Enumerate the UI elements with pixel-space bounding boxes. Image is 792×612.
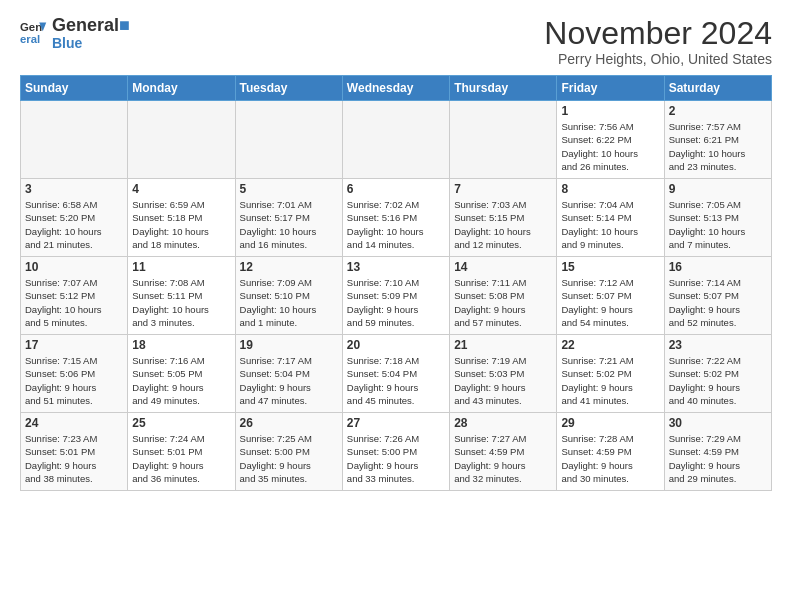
day-info: Sunrise: 7:22 AM Sunset: 5:02 PM Dayligh… bbox=[669, 354, 767, 407]
header: Gen eral General■ Blue November 2024 Per… bbox=[20, 16, 772, 67]
day-number: 27 bbox=[347, 416, 445, 430]
day-info: Sunrise: 7:57 AM Sunset: 6:21 PM Dayligh… bbox=[669, 120, 767, 173]
weekday-header-row: SundayMondayTuesdayWednesdayThursdayFrid… bbox=[21, 76, 772, 101]
day-info: Sunrise: 7:28 AM Sunset: 4:59 PM Dayligh… bbox=[561, 432, 659, 485]
calendar-day-cell bbox=[342, 101, 449, 179]
day-number: 22 bbox=[561, 338, 659, 352]
calendar-day-cell: 29Sunrise: 7:28 AM Sunset: 4:59 PM Dayli… bbox=[557, 413, 664, 491]
logo-text-general: General■ bbox=[52, 16, 130, 36]
calendar-day-cell: 20Sunrise: 7:18 AM Sunset: 5:04 PM Dayli… bbox=[342, 335, 449, 413]
day-number: 10 bbox=[25, 260, 123, 274]
day-info: Sunrise: 7:10 AM Sunset: 5:09 PM Dayligh… bbox=[347, 276, 445, 329]
day-number: 12 bbox=[240, 260, 338, 274]
calendar-day-cell: 8Sunrise: 7:04 AM Sunset: 5:14 PM Daylig… bbox=[557, 179, 664, 257]
day-number: 13 bbox=[347, 260, 445, 274]
calendar-week-row: 1Sunrise: 7:56 AM Sunset: 6:22 PM Daylig… bbox=[21, 101, 772, 179]
day-number: 24 bbox=[25, 416, 123, 430]
month-title: November 2024 bbox=[544, 16, 772, 51]
calendar-day-cell: 12Sunrise: 7:09 AM Sunset: 5:10 PM Dayli… bbox=[235, 257, 342, 335]
weekday-header-cell: Monday bbox=[128, 76, 235, 101]
calendar-day-cell: 23Sunrise: 7:22 AM Sunset: 5:02 PM Dayli… bbox=[664, 335, 771, 413]
day-info: Sunrise: 7:26 AM Sunset: 5:00 PM Dayligh… bbox=[347, 432, 445, 485]
day-info: Sunrise: 7:15 AM Sunset: 5:06 PM Dayligh… bbox=[25, 354, 123, 407]
calendar-day-cell: 6Sunrise: 7:02 AM Sunset: 5:16 PM Daylig… bbox=[342, 179, 449, 257]
weekday-header-cell: Tuesday bbox=[235, 76, 342, 101]
day-number: 16 bbox=[669, 260, 767, 274]
calendar-day-cell: 19Sunrise: 7:17 AM Sunset: 5:04 PM Dayli… bbox=[235, 335, 342, 413]
day-number: 20 bbox=[347, 338, 445, 352]
day-info: Sunrise: 7:17 AM Sunset: 5:04 PM Dayligh… bbox=[240, 354, 338, 407]
day-number: 21 bbox=[454, 338, 552, 352]
day-number: 25 bbox=[132, 416, 230, 430]
day-info: Sunrise: 7:07 AM Sunset: 5:12 PM Dayligh… bbox=[25, 276, 123, 329]
day-number: 28 bbox=[454, 416, 552, 430]
day-info: Sunrise: 7:14 AM Sunset: 5:07 PM Dayligh… bbox=[669, 276, 767, 329]
day-number: 7 bbox=[454, 182, 552, 196]
day-info: Sunrise: 7:01 AM Sunset: 5:17 PM Dayligh… bbox=[240, 198, 338, 251]
calendar-day-cell: 27Sunrise: 7:26 AM Sunset: 5:00 PM Dayli… bbox=[342, 413, 449, 491]
calendar-day-cell: 18Sunrise: 7:16 AM Sunset: 5:05 PM Dayli… bbox=[128, 335, 235, 413]
day-info: Sunrise: 7:05 AM Sunset: 5:13 PM Dayligh… bbox=[669, 198, 767, 251]
calendar-day-cell: 17Sunrise: 7:15 AM Sunset: 5:06 PM Dayli… bbox=[21, 335, 128, 413]
svg-text:Gen: Gen bbox=[20, 21, 42, 33]
calendar-day-cell bbox=[235, 101, 342, 179]
calendar-day-cell: 3Sunrise: 6:58 AM Sunset: 5:20 PM Daylig… bbox=[21, 179, 128, 257]
logo: Gen eral General■ Blue bbox=[20, 16, 130, 50]
weekday-header-cell: Saturday bbox=[664, 76, 771, 101]
calendar-day-cell: 5Sunrise: 7:01 AM Sunset: 5:17 PM Daylig… bbox=[235, 179, 342, 257]
calendar-day-cell: 4Sunrise: 6:59 AM Sunset: 5:18 PM Daylig… bbox=[128, 179, 235, 257]
day-info: Sunrise: 6:58 AM Sunset: 5:20 PM Dayligh… bbox=[25, 198, 123, 251]
calendar-day-cell: 10Sunrise: 7:07 AM Sunset: 5:12 PM Dayli… bbox=[21, 257, 128, 335]
day-number: 18 bbox=[132, 338, 230, 352]
calendar-day-cell: 1Sunrise: 7:56 AM Sunset: 6:22 PM Daylig… bbox=[557, 101, 664, 179]
day-info: Sunrise: 7:27 AM Sunset: 4:59 PM Dayligh… bbox=[454, 432, 552, 485]
calendar-day-cell: 7Sunrise: 7:03 AM Sunset: 5:15 PM Daylig… bbox=[450, 179, 557, 257]
day-number: 15 bbox=[561, 260, 659, 274]
calendar-day-cell: 22Sunrise: 7:21 AM Sunset: 5:02 PM Dayli… bbox=[557, 335, 664, 413]
svg-text:eral: eral bbox=[20, 33, 40, 45]
day-number: 14 bbox=[454, 260, 552, 274]
calendar-day-cell bbox=[450, 101, 557, 179]
calendar-day-cell: 2Sunrise: 7:57 AM Sunset: 6:21 PM Daylig… bbox=[664, 101, 771, 179]
day-number: 9 bbox=[669, 182, 767, 196]
day-info: Sunrise: 7:24 AM Sunset: 5:01 PM Dayligh… bbox=[132, 432, 230, 485]
day-info: Sunrise: 7:21 AM Sunset: 5:02 PM Dayligh… bbox=[561, 354, 659, 407]
calendar-day-cell: 14Sunrise: 7:11 AM Sunset: 5:08 PM Dayli… bbox=[450, 257, 557, 335]
calendar-day-cell: 15Sunrise: 7:12 AM Sunset: 5:07 PM Dayli… bbox=[557, 257, 664, 335]
day-info: Sunrise: 7:02 AM Sunset: 5:16 PM Dayligh… bbox=[347, 198, 445, 251]
title-area: November 2024 Perry Heights, Ohio, Unite… bbox=[544, 16, 772, 67]
calendar-week-row: 3Sunrise: 6:58 AM Sunset: 5:20 PM Daylig… bbox=[21, 179, 772, 257]
day-number: 30 bbox=[669, 416, 767, 430]
calendar-day-cell: 30Sunrise: 7:29 AM Sunset: 4:59 PM Dayli… bbox=[664, 413, 771, 491]
day-info: Sunrise: 7:03 AM Sunset: 5:15 PM Dayligh… bbox=[454, 198, 552, 251]
calendar-day-cell: 26Sunrise: 7:25 AM Sunset: 5:00 PM Dayli… bbox=[235, 413, 342, 491]
calendar-day-cell: 21Sunrise: 7:19 AM Sunset: 5:03 PM Dayli… bbox=[450, 335, 557, 413]
calendar-day-cell: 25Sunrise: 7:24 AM Sunset: 5:01 PM Dayli… bbox=[128, 413, 235, 491]
day-info: Sunrise: 7:08 AM Sunset: 5:11 PM Dayligh… bbox=[132, 276, 230, 329]
page: Gen eral General■ Blue November 2024 Per… bbox=[0, 0, 792, 501]
calendar-day-cell: 11Sunrise: 7:08 AM Sunset: 5:11 PM Dayli… bbox=[128, 257, 235, 335]
day-number: 6 bbox=[347, 182, 445, 196]
day-number: 19 bbox=[240, 338, 338, 352]
calendar-day-cell: 24Sunrise: 7:23 AM Sunset: 5:01 PM Dayli… bbox=[21, 413, 128, 491]
day-number: 17 bbox=[25, 338, 123, 352]
weekday-header-cell: Wednesday bbox=[342, 76, 449, 101]
logo-text-blue: Blue bbox=[52, 36, 130, 50]
weekday-header-cell: Sunday bbox=[21, 76, 128, 101]
calendar-day-cell bbox=[128, 101, 235, 179]
day-info: Sunrise: 6:59 AM Sunset: 5:18 PM Dayligh… bbox=[132, 198, 230, 251]
calendar-table: SundayMondayTuesdayWednesdayThursdayFrid… bbox=[20, 75, 772, 491]
day-info: Sunrise: 7:23 AM Sunset: 5:01 PM Dayligh… bbox=[25, 432, 123, 485]
day-number: 26 bbox=[240, 416, 338, 430]
day-info: Sunrise: 7:29 AM Sunset: 4:59 PM Dayligh… bbox=[669, 432, 767, 485]
location: Perry Heights, Ohio, United States bbox=[544, 51, 772, 67]
day-number: 2 bbox=[669, 104, 767, 118]
calendar-week-row: 17Sunrise: 7:15 AM Sunset: 5:06 PM Dayli… bbox=[21, 335, 772, 413]
day-info: Sunrise: 7:19 AM Sunset: 5:03 PM Dayligh… bbox=[454, 354, 552, 407]
day-number: 4 bbox=[132, 182, 230, 196]
day-number: 1 bbox=[561, 104, 659, 118]
day-number: 29 bbox=[561, 416, 659, 430]
day-info: Sunrise: 7:12 AM Sunset: 5:07 PM Dayligh… bbox=[561, 276, 659, 329]
day-number: 8 bbox=[561, 182, 659, 196]
day-info: Sunrise: 7:18 AM Sunset: 5:04 PM Dayligh… bbox=[347, 354, 445, 407]
